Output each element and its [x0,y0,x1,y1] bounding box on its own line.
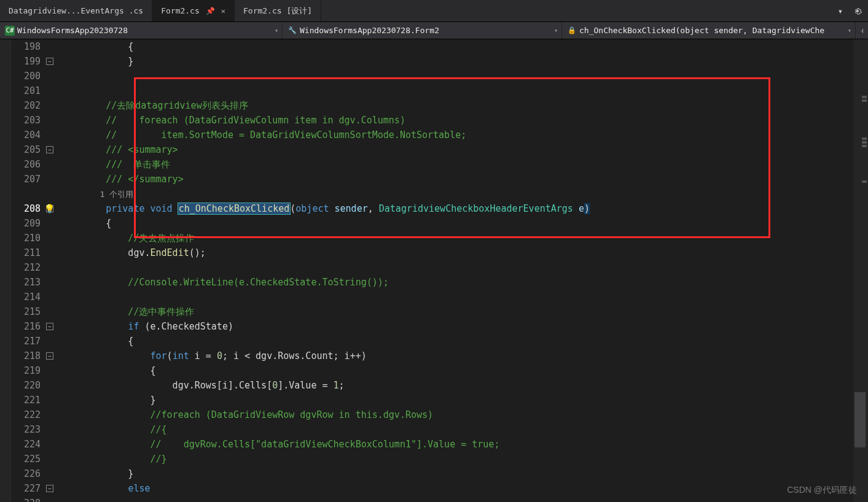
code-line[interactable]: // item.SortMode = DataGridViewColumnSor… [57,128,868,142]
code-line[interactable]: //选中事件操作 [57,304,868,319]
pin-icon[interactable]: 📌 [206,7,215,15]
code-line[interactable]: /// </summary> [57,172,868,187]
code-line[interactable]: //Console.WriteLine(e.CheckedState.ToStr… [57,275,868,290]
line-number-gutter: 1981992002012022032042052062072082092102… [11,39,44,502]
code-line[interactable]: } [57,393,868,407]
code-line[interactable] [57,290,868,304]
tab-label: Form2.cs [设计] [243,6,312,17]
overflow-chevron-icon[interactable]: ▾ [834,4,847,18]
code-line[interactable]: { [57,39,868,54]
nav-member-label: ch_OnCheckBoxClicked(object sender, Data… [579,26,824,35]
code-line[interactable]: { [57,334,868,349]
code-line[interactable]: else [57,481,868,496]
chevron-down-icon: ▾ [848,27,851,34]
fold-column: −−−−−− [44,39,57,502]
code-line[interactable]: // foreach (DataGridViewColumn item in d… [57,113,868,128]
fold-toggle[interactable]: − [46,352,53,360]
code-line[interactable]: /// <summary> [57,142,868,157]
code-line[interactable]: for(int i = 0; i < dgv.Rows.Count; i++) [57,349,868,363]
breadcrumb-bar: C# WindowsFormsApp20230728 ▾ 🔧 WindowsFo… [0,22,868,39]
code-line[interactable]: dgv.Rows[i].Cells[0].Value = 1; [57,378,868,393]
nav-member[interactable]: 🔒 ch_OnCheckBoxClicked(object sender, Da… [562,22,856,39]
tab-label: Form2.cs [161,6,200,15]
tab-label: Datagridview...EventArgs .cs [9,6,143,15]
code-line[interactable]: if (e.CheckedState) [57,319,868,334]
marker-margin [0,39,11,502]
split-editor-icon[interactable]: ⫞ [856,22,868,39]
code-line[interactable] [57,83,868,98]
code-line[interactable]: { [57,363,868,378]
nav-project-label: WindowsFormsApp20230728 [17,26,128,35]
tab-form2[interactable]: Form2.cs 📌 ✕ [152,0,235,21]
code-line[interactable] [57,260,868,275]
class-icon: 🔧 [287,26,297,36]
code-line[interactable]: //去除datagridview列表头排序 [57,98,868,113]
chevron-down-icon: ▾ [275,27,278,34]
settings-gear-icon[interactable] [851,4,864,18]
close-icon[interactable]: ✕ [221,7,225,15]
code-line[interactable]: //失去焦点操作 [57,231,868,245]
code-line[interactable]: } [57,466,868,481]
code-line[interactable]: // dgvRow.Cells["dataGridViewCheckBoxCol… [57,437,868,452]
fold-toggle[interactable]: − [46,485,53,492]
code-line[interactable]: { [57,216,868,231]
tab-form2-design[interactable]: Form2.cs [设计] [235,0,321,21]
code-line[interactable]: 1 个引用 [57,187,868,201]
nav-project[interactable]: C# WindowsFormsApp20230728 ▾ [0,22,283,39]
code-line[interactable] [57,69,868,83]
tab-strip: Datagridview...EventArgs .cs Form2.cs 📌 … [0,0,868,22]
code-line[interactable]: /// 单击事件 [57,157,868,172]
code-editor[interactable]: 1981992002012022032042052062072082092102… [0,39,868,502]
code-line[interactable]: //foreach (DataGridViewRow dgvRow in thi… [57,407,868,422]
code-line[interactable]: dgv.EndEdit(); [57,245,868,260]
method-lock-icon: 🔒 [567,26,577,36]
code-line[interactable] [57,496,868,502]
csharp-project-icon: C# [5,26,15,36]
fold-toggle[interactable]: − [46,323,53,330]
fold-toggle[interactable]: − [46,146,53,153]
code-line[interactable]: } [57,54,868,69]
lightbulb-icon[interactable]: 💡 [44,201,55,216]
code-line[interactable]: 💡 private void ch_OnCheckBoxClicked(obje… [57,201,868,216]
tab-datagridview[interactable]: Datagridview...EventArgs .cs [0,0,152,21]
scrollbar-thumb[interactable] [854,392,866,447]
vertical-scrollbar[interactable] [853,39,868,502]
code-area[interactable]: { } //去除datagridview列表头排序 // foreach (Da… [57,39,868,502]
code-line[interactable]: //{ [57,422,868,437]
nav-class-label: WindowsFormsApp20230728.Form2 [300,26,439,35]
nav-class[interactable]: 🔧 WindowsFormsApp20230728.Form2 ▾ [283,22,562,39]
code-line[interactable]: //} [57,452,868,466]
chevron-down-icon: ▾ [554,27,558,34]
editor-root: Datagridview...EventArgs .cs Form2.cs 📌 … [0,0,868,502]
fold-toggle[interactable]: − [46,58,53,65]
